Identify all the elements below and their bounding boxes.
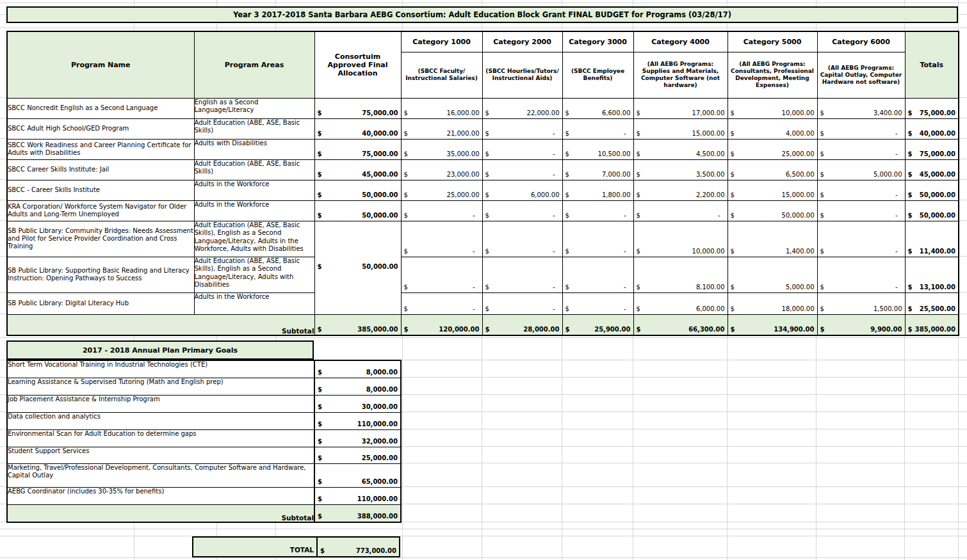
cell-category-amount[interactable]: $25,000.00 — [401, 180, 482, 200]
cell-category-amount[interactable]: $17,000.00 — [633, 98, 727, 118]
header-category-6000[interactable]: Category 6000 — [817, 31, 905, 52]
cell-program-name[interactable]: KRA Corporation/ Workforce System Naviga… — [7, 200, 194, 221]
cell-category-amount[interactable]: $21,000.00 — [401, 118, 482, 139]
cell-category-amount[interactable]: $- — [482, 200, 562, 221]
cell-row-total[interactable]: $40,000.00 — [905, 118, 959, 139]
cell-program-areas[interactable]: Adults in the Workforce — [194, 200, 314, 221]
cell-row-total[interactable]: $45,000.00 — [905, 159, 959, 180]
cell-category-amount[interactable]: $- — [401, 292, 482, 314]
cell-goal-label[interactable]: Environmental Scan for Adult Education t… — [7, 429, 314, 447]
cell-goal-amount[interactable]: $32,000.00 — [314, 429, 401, 447]
cell-program-areas[interactable]: Adult Education (ABE, ASE, Basic Skills) — [194, 159, 314, 180]
cell-category-amount[interactable]: $6,600.00 — [562, 98, 633, 118]
subtotal-category-cell[interactable]: $28,000.00 — [482, 314, 562, 335]
cell-category-amount[interactable]: $8,100.00 — [633, 257, 727, 292]
cell-program-areas[interactable]: Adult Education (ABE, ASE, Basic Skills)… — [194, 221, 314, 257]
cell-category-amount[interactable]: $- — [817, 257, 905, 292]
cell-goal-amount[interactable]: $65,000.00 — [314, 463, 401, 487]
header-category-3000[interactable]: Category 3000 — [562, 31, 633, 52]
cell-goal-amount[interactable]: $25,000.00 — [314, 447, 401, 463]
goals-header-cell[interactable]: 2017 - 2018 Annual Plan Primary Goals — [6, 340, 314, 360]
cell-category-amount[interactable]: $5,000.00 — [727, 257, 817, 292]
cell-category-amount[interactable]: $10,500.00 — [562, 139, 633, 159]
cell-category-amount[interactable]: $- — [817, 118, 905, 139]
cell-category-amount[interactable]: $2,200.00 — [633, 180, 727, 200]
cell-category-amount[interactable]: $1,400.00 — [727, 221, 817, 257]
cell-row-total[interactable]: $11,400.00 — [905, 221, 959, 257]
header-category-2000-desc[interactable]: (SBCC Hourlies/Tutors/ Instructional Aid… — [482, 52, 562, 98]
goals-subtotal-amount-cell[interactable]: $388,000.00 — [314, 504, 401, 522]
cell-category-amount[interactable]: $4,000.00 — [727, 118, 817, 139]
cell-row-total[interactable]: $50,000.00 — [905, 200, 959, 221]
header-program-areas[interactable]: Program Areas — [194, 31, 314, 98]
header-category-6000-desc[interactable]: (All AEBG Programs: Capital Outlay, Comp… — [817, 52, 905, 98]
cell-category-amount[interactable]: $- — [562, 200, 633, 221]
cell-goal-amount[interactable]: $110,000.00 — [314, 412, 401, 429]
cell-category-amount[interactable]: $15,000.00 — [727, 180, 817, 200]
header-category-4000-desc[interactable]: (All AEBG Programs: Supplies and Materia… — [633, 52, 727, 98]
cell-category-amount[interactable]: $7,000.00 — [562, 159, 633, 180]
subtotal-allocation-cell[interactable]: $385,000.00 — [314, 314, 401, 335]
cell-program-name[interactable]: SB Public Library: Digital Literacy Hub — [7, 292, 194, 314]
sheet-title-cell[interactable]: Year 3 2017-2018 Santa Barbara AEBG Cons… — [6, 6, 958, 23]
cell-row-total[interactable]: $50,000.00 — [905, 180, 959, 200]
cell-goal-amount[interactable]: $30,000.00 — [314, 395, 401, 412]
cell-category-amount[interactable]: $- — [817, 221, 905, 257]
grand-total-amount-cell[interactable]: $773,000.00 — [316, 538, 399, 556]
cell-category-amount[interactable]: $1,500.00 — [817, 292, 905, 314]
header-allocation[interactable]: Consortuim Approved Final Allocation — [314, 31, 401, 98]
cell-goal-label[interactable]: Learning Assistance & Supervised Tutorin… — [7, 378, 314, 395]
cell-program-name[interactable]: SBCC Adult High School/GED Program — [7, 118, 194, 139]
cell-category-amount[interactable]: $- — [482, 257, 562, 292]
cell-allocation[interactable]: $75,000.00 — [314, 98, 401, 118]
subtotal-label-cell[interactable]: Subtotal — [7, 314, 314, 335]
cell-category-amount[interactable]: $- — [562, 221, 633, 257]
cell-goal-label[interactable]: Short Term Vocational Training in Indust… — [7, 360, 314, 378]
header-category-5000-desc[interactable]: (All AEBG Programs: Consultants, Profess… — [727, 52, 817, 98]
cell-category-amount[interactable]: $1,800.00 — [562, 180, 633, 200]
cell-category-amount[interactable]: $35,000.00 — [401, 139, 482, 159]
cell-goal-label[interactable]: Student Support Services — [7, 447, 314, 463]
cell-category-amount[interactable]: $- — [817, 180, 905, 200]
cell-category-amount[interactable]: $- — [817, 200, 905, 221]
cell-program-areas[interactable]: Adult Education (ABE, ASE, Basic Skills)… — [194, 257, 314, 292]
cell-category-amount[interactable]: $25,000.00 — [727, 139, 817, 159]
cell-category-amount[interactable]: $6,500.00 — [727, 159, 817, 180]
cell-goal-amount[interactable]: $8,000.00 — [314, 360, 401, 378]
goals-subtotal-label-cell[interactable]: Subtotal — [7, 504, 314, 522]
cell-category-amount[interactable]: $23,000.00 — [401, 159, 482, 180]
cell-category-amount[interactable]: $- — [482, 221, 562, 257]
cell-program-areas[interactable]: Adults in the Workforce — [194, 180, 314, 200]
cell-goal-label[interactable]: Data collection and analytics — [7, 412, 314, 429]
cell-category-amount[interactable]: $3,400.00 — [817, 98, 905, 118]
header-category-2000[interactable]: Category 2000 — [482, 31, 562, 52]
cell-program-name[interactable]: SBCC - Career Skills Institute — [7, 180, 194, 200]
cell-goal-amount[interactable]: $110,000.00 — [314, 487, 401, 504]
cell-category-amount[interactable]: $- — [817, 139, 905, 159]
cell-goal-label[interactable]: Marketing, Travel/Professional Developme… — [7, 463, 314, 487]
cell-category-amount[interactable]: $5,000.00 — [817, 159, 905, 180]
cell-category-amount[interactable]: $- — [482, 118, 562, 139]
cell-allocation[interactable]: $50,000.00 — [314, 221, 401, 314]
cell-program-areas[interactable]: Adults in the Workforce — [194, 292, 314, 314]
cell-goal-amount[interactable]: $8,000.00 — [314, 378, 401, 395]
cell-goal-label[interactable]: Job Placement Assistance & Internship Pr… — [7, 395, 314, 412]
cell-program-name[interactable]: SB Public Library: Community Bridges: Ne… — [7, 221, 194, 257]
cell-category-amount[interactable]: $50,000.00 — [727, 200, 817, 221]
grand-total-label-cell[interactable]: TOTAL — [193, 538, 316, 556]
header-category-1000-desc[interactable]: (SBCC Faculty/ Instructional Salaries) — [401, 52, 482, 98]
cell-program-areas[interactable]: Adults with Disabilities — [194, 139, 314, 159]
cell-program-name[interactable]: SB Public Library: Supporting Basic Read… — [7, 257, 194, 292]
cell-category-amount[interactable]: $6,000.00 — [482, 180, 562, 200]
cell-goal-label[interactable]: AEBG Coordinator (includes 30-35% for be… — [7, 487, 314, 504]
header-category-4000[interactable]: Category 4000 — [633, 31, 727, 52]
subtotal-total-cell[interactable]: $385,000.00 — [905, 314, 959, 335]
cell-category-amount[interactable]: $3,500.00 — [633, 159, 727, 180]
cell-allocation[interactable]: $50,000.00 — [314, 200, 401, 221]
cell-program-name[interactable]: SBCC Work Readiness and Career Planning … — [7, 139, 194, 159]
subtotal-category-cell[interactable]: $25,900.00 — [562, 314, 633, 335]
cell-category-amount[interactable]: $- — [482, 139, 562, 159]
cell-category-amount[interactable]: $- — [401, 221, 482, 257]
cell-category-amount[interactable]: $- — [633, 200, 727, 221]
cell-row-total[interactable]: $75,000.00 — [905, 98, 959, 118]
